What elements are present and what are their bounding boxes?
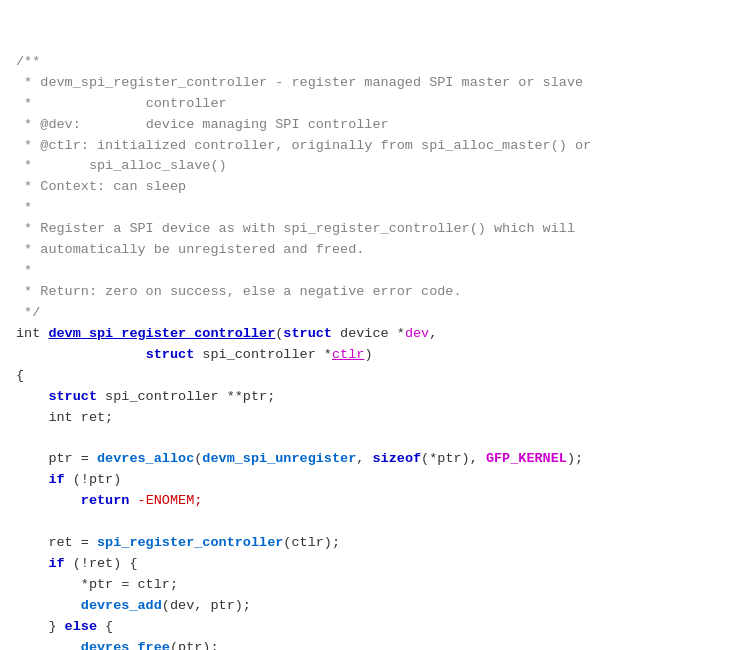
- code-line: struct spi_controller **ptr;: [16, 387, 718, 408]
- code-line: *: [16, 198, 718, 219]
- code-line: if (!ret) {: [16, 554, 718, 575]
- code-line: * spi_alloc_slave(): [16, 156, 718, 177]
- code-line: struct spi_controller *ctlr): [16, 345, 718, 366]
- code-line: * Context: can sleep: [16, 177, 718, 198]
- code-line: {: [16, 366, 718, 387]
- code-line: } else {: [16, 617, 718, 638]
- code-line: [16, 428, 718, 449]
- code-line: *: [16, 261, 718, 282]
- code-line: [16, 512, 718, 533]
- code-line: * @dev: device managing SPI controller: [16, 115, 718, 136]
- code-line: * Return: zero on success, else a negati…: [16, 282, 718, 303]
- code-line: int devm_spi_register_controller(struct …: [16, 324, 718, 345]
- code-line: * Register a SPI device as with spi_regi…: [16, 219, 718, 240]
- code-line: ptr = devres_alloc(devm_spi_unregister, …: [16, 449, 718, 470]
- code-line: * @ctlr: initialized controller, origina…: [16, 136, 718, 157]
- code-line: * devm_spi_register_controller - registe…: [16, 73, 718, 94]
- code-line: devres_add(dev, ptr);: [16, 596, 718, 617]
- code-line: if (!ptr): [16, 470, 718, 491]
- code-line: /**: [16, 52, 718, 73]
- code-container: /** * devm_spi_register_controller - reg…: [0, 0, 734, 650]
- code-line: int ret;: [16, 408, 718, 429]
- code-line: */: [16, 303, 718, 324]
- code-line: return -ENOMEM;: [16, 491, 718, 512]
- code-line: ret = spi_register_controller(ctlr);: [16, 533, 718, 554]
- code-line: *ptr = ctlr;: [16, 575, 718, 596]
- code-line: * automatically be unregistered and free…: [16, 240, 718, 261]
- code-line: * controller: [16, 94, 718, 115]
- code-line: devres_free(ptr);: [16, 638, 718, 650]
- code-lines: /** * devm_spi_register_controller - reg…: [16, 52, 718, 650]
